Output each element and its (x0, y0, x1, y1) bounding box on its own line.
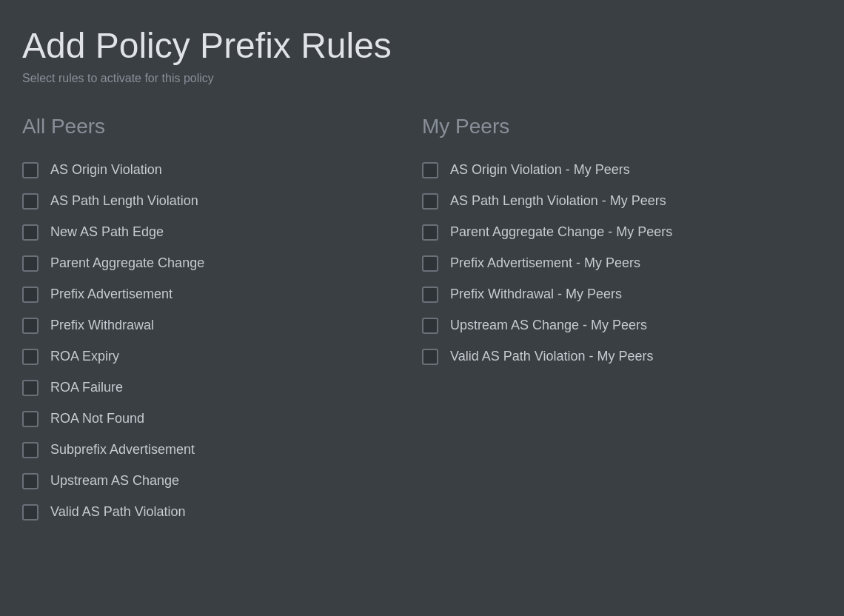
page-subtitle: Select rules to activate for this policy (22, 72, 822, 85)
all-peers-heading: All Peers (22, 115, 407, 138)
checkbox[interactable] (422, 287, 438, 303)
all-peers-item[interactable]: Parent Aggregate Change (22, 248, 407, 279)
checkbox-label: Prefix Withdrawal - My Peers (450, 287, 622, 302)
checkbox-label: New AS Path Edge (50, 224, 164, 240)
all-peers-item[interactable]: Prefix Withdrawal (22, 310, 407, 341)
checkbox-label: AS Path Length Violation - My Peers (450, 193, 666, 209)
checkbox[interactable] (422, 224, 438, 241)
all-peers-item[interactable]: AS Origin Violation (22, 155, 407, 186)
checkbox[interactable] (22, 255, 38, 272)
checkbox-label: ROA Expiry (50, 349, 119, 364)
checkbox-label: Upstream AS Change (50, 473, 179, 489)
my-peers-item[interactable]: Prefix Withdrawal - My Peers (422, 279, 807, 310)
all-peers-column: All Peers AS Origin Violation AS Path Le… (22, 115, 422, 528)
checkbox-label: ROA Not Found (50, 411, 144, 426)
checkbox-label: Prefix Advertisement (50, 287, 173, 302)
checkbox-label: AS Path Length Violation (50, 193, 198, 209)
checkbox-label: ROA Failure (50, 380, 123, 395)
checkbox[interactable] (22, 193, 38, 210)
all-peers-item[interactable]: New AS Path Edge (22, 217, 407, 248)
checkbox-label: Parent Aggregate Change (50, 255, 204, 271)
all-peers-list: AS Origin Violation AS Path Length Viola… (22, 155, 407, 528)
checkbox[interactable] (422, 318, 438, 334)
checkbox[interactable] (22, 411, 38, 427)
my-peers-list: AS Origin Violation - My Peers AS Path L… (422, 155, 807, 372)
all-peers-item[interactable]: ROA Expiry (22, 341, 407, 372)
my-peers-item[interactable]: AS Origin Violation - My Peers (422, 155, 807, 186)
checkbox[interactable] (22, 224, 38, 241)
checkbox[interactable] (22, 318, 38, 334)
checkbox[interactable] (22, 287, 38, 303)
my-peers-item[interactable]: Parent Aggregate Change - My Peers (422, 217, 807, 248)
checkbox[interactable] (22, 442, 38, 458)
checkbox-label: AS Origin Violation - My Peers (450, 162, 630, 178)
checkbox[interactable] (22, 162, 38, 178)
my-peers-heading: My Peers (422, 115, 807, 138)
checkbox[interactable] (422, 162, 438, 178)
my-peers-item[interactable]: Valid AS Path Violation - My Peers (422, 341, 807, 372)
my-peers-item[interactable]: AS Path Length Violation - My Peers (422, 186, 807, 217)
checkbox[interactable] (22, 380, 38, 396)
checkbox[interactable] (422, 193, 438, 210)
checkbox-label: Valid AS Path Violation - My Peers (450, 349, 653, 364)
checkbox-label: Parent Aggregate Change - My Peers (450, 224, 672, 240)
all-peers-item[interactable]: Prefix Advertisement (22, 279, 407, 310)
my-peers-item[interactable]: Upstream AS Change - My Peers (422, 310, 807, 341)
all-peers-item[interactable]: Valid AS Path Violation (22, 497, 407, 528)
page-title: Add Policy Prefix Rules (22, 27, 822, 66)
checkbox-label: Prefix Withdrawal (50, 318, 154, 333)
my-peers-item[interactable]: Prefix Advertisement - My Peers (422, 248, 807, 279)
checkbox-label: AS Origin Violation (50, 162, 162, 178)
checkbox[interactable] (422, 349, 438, 365)
checkbox-label: Valid AS Path Violation (50, 504, 185, 520)
all-peers-item[interactable]: Subprefix Advertisement (22, 435, 407, 466)
all-peers-item[interactable]: AS Path Length Violation (22, 186, 407, 217)
all-peers-item[interactable]: Upstream AS Change (22, 466, 407, 497)
checkbox[interactable] (22, 473, 38, 489)
page-container: Add Policy Prefix Rules Select rules to … (0, 0, 844, 550)
checkbox[interactable] (22, 504, 38, 520)
checkbox[interactable] (422, 255, 438, 272)
columns-container: All Peers AS Origin Violation AS Path Le… (22, 115, 822, 528)
checkbox[interactable] (22, 349, 38, 365)
header: Add Policy Prefix Rules Select rules to … (22, 27, 822, 85)
my-peers-column: My Peers AS Origin Violation - My Peers … (422, 115, 822, 528)
all-peers-item[interactable]: ROA Not Found (22, 404, 407, 435)
checkbox-label: Prefix Advertisement - My Peers (450, 255, 640, 271)
all-peers-item[interactable]: ROA Failure (22, 372, 407, 404)
checkbox-label: Subprefix Advertisement (50, 442, 195, 458)
checkbox-label: Upstream AS Change - My Peers (450, 318, 647, 333)
